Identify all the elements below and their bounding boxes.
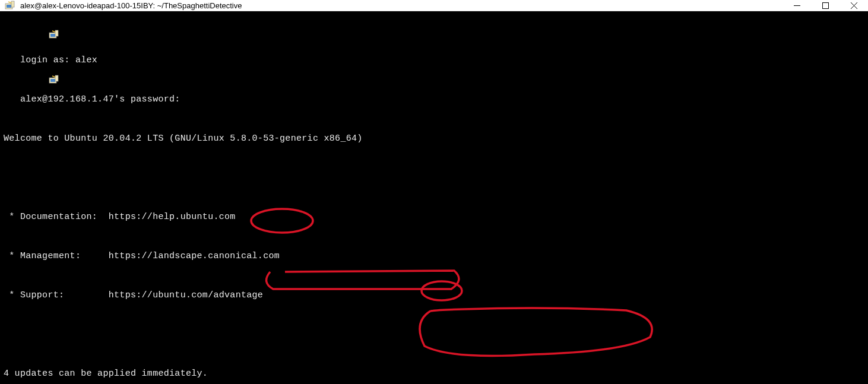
- terminal-line: [4, 172, 868, 185]
- svg-rect-1: [7, 5, 11, 8]
- svg-rect-5: [822, 2, 828, 8]
- close-button[interactable]: [840, 0, 868, 11]
- svg-rect-9: [50, 34, 55, 37]
- terminal-line: * Management: https://landscape.canonica…: [4, 250, 868, 263]
- putty-session-icon: [5, 16, 59, 58]
- window-title: alex@alex-Lenovo-ideapad-100-15IBY: ~/Th…: [20, 1, 242, 10]
- svg-line-15: [52, 76, 55, 77]
- maximize-button[interactable]: [811, 0, 840, 11]
- window-controls: [783, 0, 868, 11]
- putty-session-icon: [5, 61, 59, 103]
- terminal-area[interactable]: login as: alex alex@192.168.1.47's passw…: [0, 11, 868, 384]
- svg-line-3: [8, 2, 11, 3]
- svg-line-11: [52, 31, 55, 32]
- svg-rect-13: [50, 79, 55, 82]
- titlebar: alex@alex-Lenovo-ideapad-100-15IBY: ~/Th…: [0, 0, 868, 11]
- terminal-line: Welcome to Ubuntu 20.04.2 LTS (GNU/Linux…: [4, 132, 868, 145]
- terminal-line: [4, 328, 868, 341]
- terminal-line: 4 updates can be applied immediately.: [4, 367, 868, 380]
- svg-rect-14: [55, 75, 58, 81]
- terminal-line: * Support: https://ubuntu.com/advantage: [4, 289, 868, 302]
- minimize-button[interactable]: [783, 0, 811, 11]
- putty-window: alex@alex-Lenovo-ideapad-100-15IBY: ~/Th…: [0, 0, 868, 384]
- svg-rect-10: [55, 30, 58, 36]
- terminal-line: * Documentation: https://help.ubuntu.com: [4, 211, 868, 224]
- connection-icons: [5, 16, 59, 103]
- svg-rect-2: [11, 1, 14, 7]
- terminal-line: login as: alex: [4, 54, 868, 67]
- terminal-line: alex@192.168.1.47's password:: [4, 93, 868, 106]
- putty-icon: [5, 0, 15, 11]
